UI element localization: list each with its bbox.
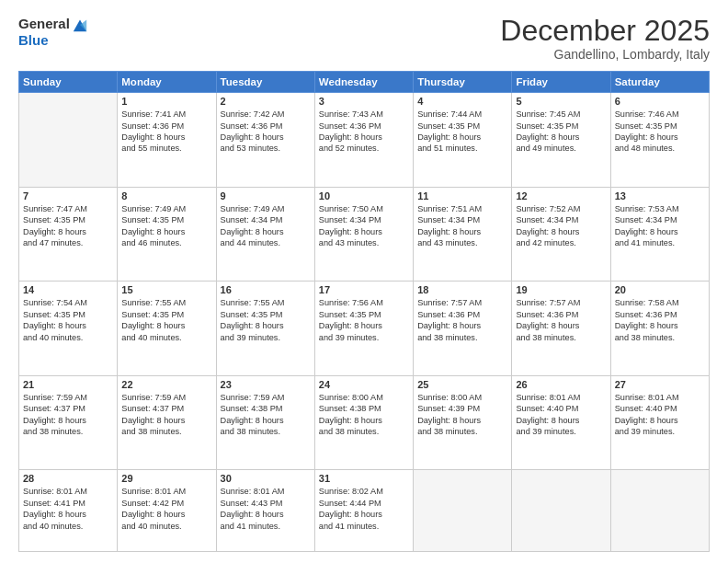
table-row: 25Sunrise: 8:00 AMSunset: 4:39 PMDayligh… [414,375,512,470]
cell-text: Sunrise: 8:01 AMSunset: 4:43 PMDaylight:… [221,486,311,532]
table-row: 26Sunrise: 8:01 AMSunset: 4:40 PMDayligh… [512,375,610,470]
day-number: 5 [516,96,606,107]
table-row: 4Sunrise: 7:44 AMSunset: 4:35 PMDaylight… [414,93,512,188]
day-number: 4 [417,96,507,107]
week-row-1: 7Sunrise: 7:47 AMSunset: 4:35 PMDaylight… [19,187,710,282]
week-row-2: 14Sunrise: 7:54 AMSunset: 4:35 PMDayligh… [19,282,710,376]
cell-text: Sunrise: 7:49 AMSunset: 4:35 PMDaylight:… [121,203,211,249]
day-number: 2 [221,96,311,107]
col-saturday: Saturday [610,72,709,93]
cell-text: Sunrise: 8:00 AMSunset: 4:39 PMDaylight:… [417,392,507,438]
table-row: 21Sunrise: 7:59 AMSunset: 4:37 PMDayligh… [19,375,118,470]
page: General Blue December 2025 Gandellino, L… [0,0,728,563]
cell-text: Sunrise: 8:01 AMSunset: 4:41 PMDaylight:… [23,486,113,532]
cell-text: Sunrise: 7:58 AMSunset: 4:36 PMDaylight:… [615,297,705,343]
cell-text: Sunrise: 7:59 AMSunset: 4:37 PMDaylight:… [121,392,211,438]
cell-text: Sunrise: 7:57 AMSunset: 4:36 PMDaylight:… [417,297,507,343]
table-row [19,93,118,188]
day-number: 6 [615,96,705,107]
day-number: 28 [23,473,113,484]
day-number: 15 [121,284,211,295]
cell-text: Sunrise: 8:01 AMSunset: 4:40 PMDaylight:… [615,392,705,438]
table-row: 31Sunrise: 8:02 AMSunset: 4:44 PMDayligh… [314,470,413,552]
table-row: 18Sunrise: 7:57 AMSunset: 4:36 PMDayligh… [414,282,512,376]
day-number: 18 [417,284,507,295]
cell-text: Sunrise: 7:55 AMSunset: 4:35 PMDaylight:… [121,297,211,343]
cell-text: Sunrise: 8:01 AMSunset: 4:42 PMDaylight:… [121,486,211,532]
table-row: 24Sunrise: 8:00 AMSunset: 4:38 PMDayligh… [314,375,413,470]
col-monday: Monday [118,72,216,93]
cell-text: Sunrise: 7:54 AMSunset: 4:35 PMDaylight:… [23,297,113,343]
cell-text: Sunrise: 7:53 AMSunset: 4:34 PMDaylight:… [615,203,705,249]
week-row-0: 1Sunrise: 7:41 AMSunset: 4:36 PMDaylight… [19,93,710,188]
cell-text: Sunrise: 7:49 AMSunset: 4:34 PMDaylight:… [221,203,311,249]
location: Gandellino, Lombardy, Italy [500,47,710,62]
cell-text: Sunrise: 7:55 AMSunset: 4:35 PMDaylight:… [221,297,311,343]
table-row: 17Sunrise: 7:56 AMSunset: 4:35 PMDayligh… [314,282,413,376]
day-number: 29 [121,473,211,484]
table-row: 22Sunrise: 7:59 AMSunset: 4:37 PMDayligh… [118,375,216,470]
table-row: 28Sunrise: 8:01 AMSunset: 4:41 PMDayligh… [19,470,118,552]
day-number: 3 [319,96,409,107]
cell-text: Sunrise: 7:56 AMSunset: 4:35 PMDaylight:… [319,297,409,343]
logo: General Blue [18,15,88,49]
cell-text: Sunrise: 7:42 AMSunset: 4:36 PMDaylight:… [221,109,311,155]
day-number: 9 [221,190,311,201]
day-number: 30 [221,473,311,484]
col-friday: Friday [512,72,610,93]
day-number: 14 [23,284,113,295]
cell-text: Sunrise: 7:50 AMSunset: 4:34 PMDaylight:… [319,203,409,249]
table-row: 12Sunrise: 7:52 AMSunset: 4:34 PMDayligh… [512,187,610,282]
day-number: 23 [221,379,311,390]
table-row [512,470,610,552]
col-wednesday: Wednesday [314,72,413,93]
table-row: 7Sunrise: 7:47 AMSunset: 4:35 PMDaylight… [19,187,118,282]
day-number: 22 [121,379,211,390]
day-number: 16 [221,284,311,295]
day-number: 7 [23,190,113,201]
day-number: 19 [516,284,606,295]
day-number: 20 [615,284,705,295]
day-number: 24 [319,379,409,390]
day-number: 17 [319,284,409,295]
table-row: 2Sunrise: 7:42 AMSunset: 4:36 PMDaylight… [216,93,314,188]
table-row: 11Sunrise: 7:51 AMSunset: 4:34 PMDayligh… [414,187,512,282]
table-row: 8Sunrise: 7:49 AMSunset: 4:35 PMDaylight… [118,187,216,282]
header-row: Sunday Monday Tuesday Wednesday Thursday… [19,72,710,93]
cell-text: Sunrise: 7:59 AMSunset: 4:38 PMDaylight:… [221,392,311,438]
table-row: 3Sunrise: 7:43 AMSunset: 4:36 PMDaylight… [314,93,413,188]
cell-text: Sunrise: 7:59 AMSunset: 4:37 PMDaylight:… [23,392,113,438]
table-row: 19Sunrise: 7:57 AMSunset: 4:36 PMDayligh… [512,282,610,376]
table-row: 29Sunrise: 8:01 AMSunset: 4:42 PMDayligh… [118,470,216,552]
table-row: 9Sunrise: 7:49 AMSunset: 4:34 PMDaylight… [216,187,314,282]
day-number: 8 [121,190,211,201]
week-row-3: 21Sunrise: 7:59 AMSunset: 4:37 PMDayligh… [19,375,710,470]
cell-text: Sunrise: 7:51 AMSunset: 4:34 PMDaylight:… [417,203,507,249]
day-number: 27 [615,379,705,390]
day-number: 26 [516,379,606,390]
header: General Blue December 2025 Gandellino, L… [18,15,710,62]
day-number: 25 [417,379,507,390]
day-number: 10 [319,190,409,201]
cell-text: Sunrise: 8:02 AMSunset: 4:44 PMDaylight:… [319,486,409,532]
cell-text: Sunrise: 7:44 AMSunset: 4:35 PMDaylight:… [417,109,507,155]
day-number: 21 [23,379,113,390]
table-row: 13Sunrise: 7:53 AMSunset: 4:34 PMDayligh… [610,187,709,282]
logo-blue-text: Blue [18,33,88,49]
table-row: 27Sunrise: 8:01 AMSunset: 4:40 PMDayligh… [610,375,709,470]
calendar-table: Sunday Monday Tuesday Wednesday Thursday… [18,71,710,552]
col-thursday: Thursday [414,72,512,93]
table-row: 30Sunrise: 8:01 AMSunset: 4:43 PMDayligh… [216,470,314,552]
col-sunday: Sunday [19,72,118,93]
cell-text: Sunrise: 7:45 AMSunset: 4:35 PMDaylight:… [516,109,606,155]
table-row: 6Sunrise: 7:46 AMSunset: 4:35 PMDaylight… [610,93,709,188]
week-row-4: 28Sunrise: 8:01 AMSunset: 4:41 PMDayligh… [19,470,710,552]
table-row: 23Sunrise: 7:59 AMSunset: 4:38 PMDayligh… [216,375,314,470]
cell-text: Sunrise: 7:47 AMSunset: 4:35 PMDaylight:… [23,203,113,249]
table-row: 14Sunrise: 7:54 AMSunset: 4:35 PMDayligh… [19,282,118,376]
table-row: 1Sunrise: 7:41 AMSunset: 4:36 PMDaylight… [118,93,216,188]
day-number: 12 [516,190,606,201]
month-title: December 2025 [500,15,710,47]
table-row: 10Sunrise: 7:50 AMSunset: 4:34 PMDayligh… [314,187,413,282]
cell-text: Sunrise: 8:00 AMSunset: 4:38 PMDaylight:… [319,392,409,438]
